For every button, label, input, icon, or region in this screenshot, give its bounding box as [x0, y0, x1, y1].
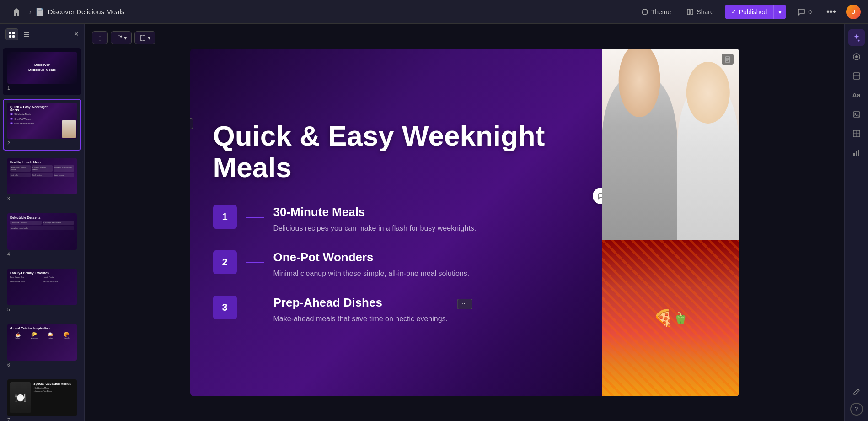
present-icon: [852, 53, 861, 61]
slide-item-2[interactable]: Quick & Easy WeeknightMeals 1 30-Minute …: [3, 99, 81, 151]
table-button[interactable]: [848, 125, 865, 142]
item-heading-2: One-Pot Wonders: [273, 250, 579, 264]
dots-icon: ⋮: [97, 34, 103, 41]
chart-button[interactable]: [848, 145, 865, 161]
help-icon: ?: [855, 405, 858, 413]
share-icon: [686, 8, 694, 16]
edit-icon: [852, 388, 861, 396]
slide-list-item-3: 3 Prep-Ahead Dishes Make-ahead meals tha…: [213, 296, 579, 324]
slide-item-6[interactable]: Global Cuisine Inspiration 🍝 Italian 🌮 M…: [3, 320, 81, 372]
item-number-2: 2: [213, 250, 237, 274]
doc-icon: [724, 56, 731, 63]
item-content-1: 30-Minute Meals Delicious recipes you ca…: [273, 205, 579, 234]
slides-list: Discover Delicious Meals 1 Quick & Easy …: [0, 45, 84, 421]
svg-rect-1: [687, 9, 690, 15]
layout-button[interactable]: [848, 68, 865, 84]
rotate-tool[interactable]: ▾: [111, 31, 132, 44]
expand-icon: [139, 35, 146, 41]
breadcrumb-title: Discover Delicious Meals: [48, 8, 125, 16]
image-icon: [852, 110, 861, 119]
slide-content: ⋮ Quick & Easy Weeknight Meals 1 30-Minu…: [190, 49, 739, 396]
topbar: › 📄 Discover Delicious Meals Theme Share…: [0, 0, 868, 24]
sidebar-close-button[interactable]: ×: [74, 29, 79, 39]
svg-rect-7: [24, 32, 29, 33]
item-number-3: 3: [213, 296, 237, 319]
svg-point-19: [854, 113, 856, 114]
list-view-icon: [23, 32, 30, 38]
topbar-right: Theme Share ✓ Published ▾ 0 ••• U: [637, 5, 861, 19]
item-content-2: One-Pot Wonders Minimal cleanup with the…: [273, 250, 579, 279]
image-button[interactable]: [848, 106, 865, 123]
published-button[interactable]: ✓ Published ▾: [725, 5, 787, 19]
breadcrumb-chevron: ›: [29, 8, 32, 16]
topbar-left: › 📄 Discover Delicious Meals: [7, 5, 631, 19]
sidebar: × Discover Delicious Meals 1: [0, 24, 85, 421]
slide-title: Quick & Easy Weeknight Meals: [213, 120, 579, 183]
chart-icon: [852, 149, 861, 157]
slide-items-list: 1 30-Minute Meals Delicious recipes you …: [213, 205, 579, 324]
check-icon: ✓: [731, 8, 736, 15]
drag-handle[interactable]: ⋮: [190, 118, 193, 129]
comments-button[interactable]: 0: [793, 5, 816, 19]
item-number-1: 1: [213, 205, 237, 229]
ai-assistant-button[interactable]: [848, 29, 865, 46]
expand-tool[interactable]: ▾: [134, 31, 155, 44]
slide-photo: 🍕 🫑: [602, 49, 739, 396]
theme-button[interactable]: Theme: [637, 5, 676, 18]
svg-rect-20: [853, 130, 860, 137]
help-button[interactable]: ?: [850, 403, 863, 416]
center-pill[interactable]: ⋯: [457, 299, 472, 309]
svg-rect-2: [691, 9, 693, 15]
slide-canvas: ⋮ Quick & Easy Weeknight Meals 1 30-Minu…: [85, 24, 844, 421]
slide-left-panel: Quick & Easy Weeknight Meals 1 30-Minute…: [190, 49, 602, 396]
slide-item-4[interactable]: Delectable Desserts Chocolate Classics C…: [3, 210, 81, 261]
doc-icon: 📄: [35, 7, 44, 16]
item-connector-1: [246, 217, 264, 218]
right-panel: Aa: [844, 24, 868, 421]
slide-list-item-1: 1 30-Minute Meals Delicious recipes you …: [213, 205, 579, 234]
svg-rect-9: [24, 36, 29, 37]
list-view-button[interactable]: [20, 28, 33, 40]
svg-rect-23: [853, 153, 855, 156]
slide-item-7[interactable]: 🍽️ Special Occasion Menus • Celebration …: [3, 376, 81, 421]
published-main[interactable]: ✓ Published: [725, 5, 774, 19]
svg-rect-3: [9, 32, 11, 34]
photo-doc-icon[interactable]: [722, 54, 734, 65]
more-options-button[interactable]: •••: [823, 5, 840, 19]
item-desc-3: Make-ahead meals that save time on hecti…: [273, 313, 579, 324]
slide-item-3[interactable]: Healthy Lunch Ideas Multi-Grain Protein …: [3, 154, 81, 206]
view-toggle: [5, 28, 33, 40]
grid-view-button[interactable]: [5, 28, 18, 40]
slide-photo-panel: 🍕 🫑: [602, 49, 739, 396]
item-heading-1: 30-Minute Meals: [273, 205, 579, 219]
svg-rect-4: [12, 32, 15, 34]
svg-rect-25: [858, 150, 859, 156]
svg-rect-8: [24, 34, 29, 35]
avatar[interactable]: U: [846, 5, 861, 19]
svg-rect-5: [9, 35, 11, 38]
home-button[interactable]: [7, 5, 26, 19]
home-icon: [12, 7, 21, 16]
share-button[interactable]: Share: [682, 5, 718, 18]
theme-icon: [641, 8, 648, 16]
published-dropdown[interactable]: ▾: [774, 5, 786, 19]
item-desc-1: Delicious recipes you can make in a flas…: [273, 223, 579, 234]
photo-food-section: 🍕 🫑: [602, 240, 739, 396]
slide-item-5[interactable]: Family-Friendly Favorites Easy Casserole…: [3, 265, 81, 317]
edit-button[interactable]: [848, 383, 865, 400]
svg-point-15: [855, 55, 858, 58]
main-layout: × Discover Delicious Meals 1: [0, 24, 868, 421]
slide-list-item-2: 2 One-Pot Wonders Minimal cleanup with t…: [213, 250, 579, 279]
ai-sparkle-icon: [852, 33, 861, 42]
table-icon: [852, 130, 861, 138]
comment-icon: [797, 8, 805, 16]
item-connector-2: [246, 262, 264, 263]
svg-rect-6: [12, 35, 15, 38]
item-heading-3: Prep-Ahead Dishes: [273, 296, 579, 310]
slide-item-1[interactable]: Discover Delicious Meals 1: [3, 48, 81, 95]
text-style-button[interactable]: Aa: [848, 87, 865, 103]
present-button[interactable]: [848, 49, 865, 65]
more-options-tool[interactable]: ⋮: [92, 31, 108, 44]
text-icon: Aa: [852, 92, 861, 99]
canvas-area: ⋮ ▾ ▾ ⋮ Quick & Easy Wee: [85, 24, 844, 421]
